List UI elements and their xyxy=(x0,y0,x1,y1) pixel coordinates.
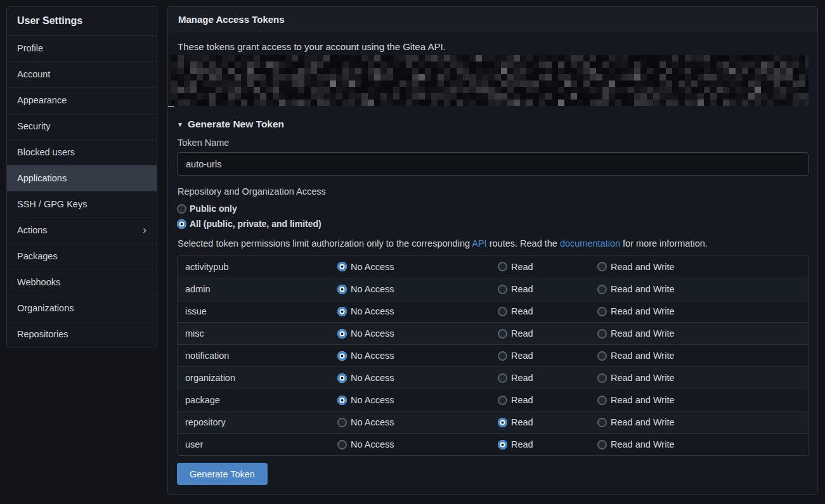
option-read-and-write[interactable]: Read and Write xyxy=(597,373,808,383)
radio-icon[interactable] xyxy=(597,329,607,339)
option-no-access[interactable]: No Access xyxy=(337,417,498,427)
option-no-access[interactable]: No Access xyxy=(337,439,498,449)
documentation-link[interactable]: documentation xyxy=(560,238,620,249)
option-label: Read xyxy=(511,373,533,383)
scope-option-public-only[interactable]: Public only xyxy=(177,204,809,214)
radio-selected-icon[interactable] xyxy=(498,440,507,449)
option-read[interactable]: Read xyxy=(498,439,597,449)
option-read[interactable]: Read xyxy=(498,306,597,316)
option-read-and-write[interactable]: Read and Write xyxy=(597,439,808,449)
scrollbar-track[interactable] xyxy=(820,0,825,504)
generate-new-token-summary[interactable]: ▼ Generate New Token xyxy=(177,119,809,130)
radio-icon[interactable] xyxy=(498,262,507,271)
sidebar-item-appearance[interactable]: Appearance xyxy=(7,87,157,113)
radio-icon[interactable] xyxy=(597,285,607,294)
radio-selected-icon[interactable] xyxy=(337,307,347,316)
radio-icon[interactable] xyxy=(597,262,607,271)
radio-icon[interactable] xyxy=(597,396,607,405)
permission-row-admin: adminNo AccessReadRead and Write xyxy=(178,278,808,300)
token-name-input[interactable] xyxy=(177,152,809,176)
radio-icon[interactable] xyxy=(337,418,347,427)
option-label: Read xyxy=(511,351,533,361)
sidebar-item-applications[interactable]: Applications xyxy=(7,165,157,191)
panel-body: These tokens grant access to your accoun… xyxy=(168,32,817,494)
permission-row-repository: repositoryNo AccessReadRead and Write xyxy=(178,411,808,433)
option-read-and-write[interactable]: Read and Write xyxy=(597,395,808,405)
radio-icon[interactable] xyxy=(597,351,607,361)
sidebar-item-ssh-gpg-keys[interactable]: SSH / GPG Keys xyxy=(7,191,157,217)
option-read[interactable]: Read xyxy=(498,284,597,294)
sidebar-item-security[interactable]: Security xyxy=(7,113,157,139)
radio-icon[interactable] xyxy=(597,440,607,449)
option-label: No Access xyxy=(351,328,394,339)
scope-option-all-public-private-and-limited[interactable]: All (public, private, and limited) xyxy=(177,219,809,229)
radio-icon[interactable] xyxy=(597,418,607,427)
radio-icon[interactable] xyxy=(498,285,507,294)
sidebar-item-repositories[interactable]: Repositories xyxy=(7,321,157,347)
radio-selected-icon[interactable] xyxy=(337,396,347,405)
option-no-access[interactable]: No Access xyxy=(337,373,498,383)
radio-icon[interactable] xyxy=(177,204,186,214)
sidebar-item-label: Appearance xyxy=(17,95,67,105)
radio-icon[interactable] xyxy=(597,307,607,316)
option-read-and-write[interactable]: Read and Write xyxy=(597,284,808,294)
sidebar-item-account[interactable]: Account xyxy=(7,61,157,87)
option-label: Read and Write xyxy=(611,373,674,383)
generate-token-button[interactable]: Generate Token xyxy=(177,463,268,485)
permissions-table: activitypubNo AccessReadRead and Writead… xyxy=(177,255,809,456)
option-label: Read xyxy=(511,284,533,294)
option-read[interactable]: Read xyxy=(498,373,597,383)
permission-row-issue: issueNo AccessReadRead and Write xyxy=(178,300,808,322)
option-label: Read and Write xyxy=(611,351,674,361)
option-read[interactable]: Read xyxy=(498,262,597,272)
radio-icon[interactable] xyxy=(337,440,347,449)
option-no-access[interactable]: No Access xyxy=(337,351,498,361)
option-read-and-write[interactable]: Read and Write xyxy=(597,306,808,316)
radio-selected-icon[interactable] xyxy=(177,219,186,229)
option-label: Read and Write xyxy=(611,306,674,316)
option-no-access[interactable]: No Access xyxy=(337,328,498,339)
radio-selected-icon[interactable] xyxy=(337,262,347,271)
radio-icon[interactable] xyxy=(498,307,507,316)
radio-icon[interactable] xyxy=(498,373,507,383)
sidebar-item-organizations[interactable]: Organizations xyxy=(7,295,157,321)
option-read-and-write[interactable]: Read and Write xyxy=(597,417,808,427)
api-link[interactable]: API xyxy=(472,238,486,249)
option-read-and-write[interactable]: Read and Write xyxy=(597,262,808,272)
radio-selected-icon[interactable] xyxy=(498,418,507,427)
option-read-and-write[interactable]: Read and Write xyxy=(597,328,808,339)
radio-selected-icon[interactable] xyxy=(337,351,347,361)
scope-option-label: Public only xyxy=(190,204,237,214)
option-no-access[interactable]: No Access xyxy=(337,395,498,405)
radio-icon[interactable] xyxy=(597,373,607,383)
radio-selected-icon[interactable] xyxy=(337,373,347,383)
scope-option-label: All (public, private, and limited) xyxy=(190,219,322,229)
permission-category-label: notification xyxy=(178,351,337,361)
option-read-and-write[interactable]: Read and Write xyxy=(597,351,808,361)
sidebar-item-webhooks[interactable]: Webhooks xyxy=(7,269,157,295)
option-no-access[interactable]: No Access xyxy=(337,284,498,294)
option-label: Read and Write xyxy=(611,417,674,427)
option-read[interactable]: Read xyxy=(498,351,597,361)
sidebar-item-label: SSH / GPG Keys xyxy=(17,199,87,209)
radio-selected-icon[interactable] xyxy=(337,285,347,294)
option-label: Read and Write xyxy=(611,284,674,294)
option-read[interactable]: Read xyxy=(498,395,597,405)
radio-icon[interactable] xyxy=(498,351,507,361)
sidebar-item-blocked-users[interactable]: Blocked users xyxy=(7,139,157,165)
permission-row-activitypub: activitypubNo AccessReadRead and Write xyxy=(178,255,808,278)
option-no-access[interactable]: No Access xyxy=(337,262,498,272)
option-read[interactable]: Read xyxy=(498,417,597,427)
radio-icon[interactable] xyxy=(498,329,507,339)
sidebar-item-label: Blocked users xyxy=(17,147,75,157)
sidebar-item-actions[interactable]: Actions› xyxy=(7,217,157,243)
radio-icon[interactable] xyxy=(498,396,507,405)
sidebar-item-profile[interactable]: Profile xyxy=(7,36,157,61)
sidebar-item-packages[interactable]: Packages xyxy=(7,243,157,269)
permission-category-label: user xyxy=(178,439,337,449)
option-no-access[interactable]: No Access xyxy=(337,306,498,316)
token-name-label: Token Name xyxy=(178,138,808,148)
tokens-intro-text: These tokens grant access to your accoun… xyxy=(178,41,809,52)
radio-selected-icon[interactable] xyxy=(337,329,347,339)
option-read[interactable]: Read xyxy=(498,328,597,339)
